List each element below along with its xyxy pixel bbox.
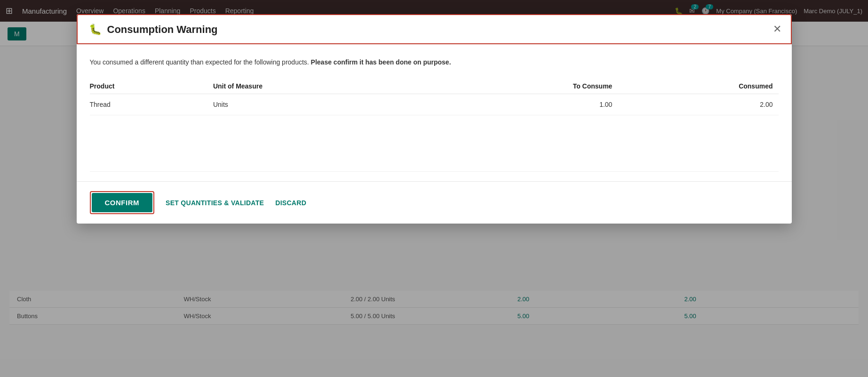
table-row: Thread Units 1.00 2.00 — [90, 94, 779, 115]
table-spacer-row — [90, 115, 779, 172]
confirm-button-wrapper: CONFIRM — [90, 191, 155, 214]
modal-title-icon: 🐛 — [89, 24, 102, 36]
warning-table: Product Unit of Measure To Consume Consu… — [90, 79, 779, 172]
confirm-label: CONFIRM — [105, 199, 140, 207]
modal-footer: CONFIRM SET QUANTITIES & VALIDATE DISCAR… — [77, 181, 792, 224]
col-consumed: Consumed — [618, 79, 778, 94]
modal-overlay: 🐛 Consumption Warning ✕ You consumed a d… — [0, 0, 868, 377]
modal-close-button[interactable]: ✕ — [773, 24, 781, 34]
row-product: Thread — [90, 94, 213, 115]
col-unit-of-measure: Unit of Measure — [213, 79, 436, 94]
description-bold: Please confirm it has been done on purpo… — [311, 58, 451, 66]
modal-header: 🐛 Consumption Warning ✕ — [77, 14, 792, 44]
consumption-warning-modal: 🐛 Consumption Warning ✕ You consumed a d… — [77, 14, 792, 224]
discard-button[interactable]: DISCARD — [275, 197, 306, 209]
modal-body: You consumed a different quantity than e… — [77, 44, 792, 181]
confirm-button[interactable]: CONFIRM — [92, 193, 153, 212]
description-normal: You consumed a different quantity than e… — [90, 58, 309, 66]
row-uom: Units — [213, 94, 436, 115]
set-quantities-label: SET QUANTITIES & VALIDATE — [166, 199, 264, 207]
col-to-consume: To Consume — [436, 79, 618, 94]
discard-label: DISCARD — [275, 199, 306, 207]
close-icon: ✕ — [773, 23, 781, 35]
modal-title: Consumption Warning — [107, 24, 218, 36]
row-consumed: 2.00 — [618, 94, 778, 115]
modal-description: You consumed a different quantity than e… — [90, 57, 779, 67]
row-to-consume: 1.00 — [436, 94, 618, 115]
col-product: Product — [90, 79, 213, 94]
set-quantities-button[interactable]: SET QUANTITIES & VALIDATE — [166, 197, 264, 209]
